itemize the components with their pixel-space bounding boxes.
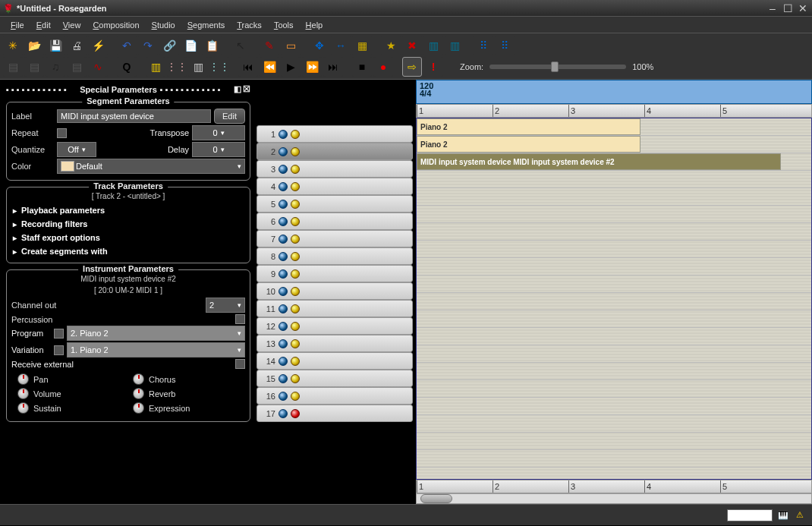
dots1-button[interactable]: ⠿ — [474, 36, 493, 55]
record-led[interactable] — [291, 130, 300, 139]
mute-led[interactable] — [279, 217, 288, 226]
bar-ruler-top[interactable]: 12345 — [416, 104, 812, 118]
dots2-button[interactable]: ⠿ — [495, 36, 515, 55]
scrollbar-thumb[interactable] — [420, 494, 452, 503]
record-led[interactable] — [291, 392, 300, 401]
stop-button[interactable]: ■ — [352, 57, 372, 77]
keys-button[interactable]: ▥ — [188, 57, 208, 77]
track-param-2[interactable]: Staff export options — [11, 231, 245, 244]
record-led[interactable] — [291, 217, 300, 226]
label-input[interactable] — [57, 109, 211, 123]
sidebar-close-icon[interactable]: ☒ — [243, 84, 250, 94]
track-row-7[interactable]: 7 — [257, 230, 413, 247]
thunder-button[interactable]: ⚡ — [88, 36, 108, 55]
record-led[interactable] — [291, 287, 300, 296]
new-button[interactable]: ✳ — [3, 36, 23, 55]
edit-button[interactable]: Edit — [214, 109, 245, 124]
mute-led[interactable] — [279, 357, 288, 366]
volume-knob[interactable] — [17, 388, 29, 399]
record-led[interactable] — [291, 304, 300, 313]
record-led[interactable] — [291, 374, 300, 383]
rewind-start-button[interactable]: ⏮ — [238, 57, 258, 77]
segment[interactable]: MIDI input system device MIDI input syst… — [417, 153, 781, 170]
maximize-button[interactable]: ☐ — [782, 2, 794, 14]
segment[interactable]: Piano 2 — [417, 136, 640, 153]
print-button[interactable]: 🖨 — [67, 36, 87, 55]
mute-led[interactable] — [279, 182, 288, 191]
draw-button[interactable]: ✎ — [260, 36, 279, 55]
record-led[interactable] — [291, 357, 300, 366]
resize-button[interactable]: ↔ — [331, 36, 351, 55]
quantize-button[interactable]: Q — [117, 57, 137, 77]
redo-button[interactable]: ↷ — [138, 36, 158, 55]
sustain-knob[interactable] — [17, 402, 29, 414]
track-row-17[interactable]: 17 — [257, 405, 413, 422]
midi-button[interactable]: ▤ — [3, 57, 23, 77]
menu-composition[interactable]: Composition — [87, 20, 145, 30]
paste-button[interactable]: 📋 — [202, 36, 222, 55]
variation-checkbox[interactable] — [54, 345, 64, 355]
track-row-6[interactable]: 6 — [257, 213, 413, 230]
mute-led[interactable] — [279, 392, 288, 401]
program-checkbox[interactable] — [54, 329, 64, 339]
notation-button[interactable]: ♫ — [46, 57, 65, 77]
record-led[interactable] — [291, 147, 300, 156]
menu-edit[interactable]: Edit — [30, 20, 57, 30]
mute-led[interactable] — [279, 269, 288, 279]
record-button[interactable]: ● — [373, 57, 393, 77]
zoom-slider[interactable] — [489, 65, 626, 69]
percussion-checkbox[interactable] — [235, 314, 245, 324]
transpose-select[interactable]: 0 — [192, 125, 245, 140]
track-row-11[interactable]: 11 — [257, 300, 413, 317]
rewind-button[interactable]: ⏪ — [260, 57, 279, 77]
chorus-knob[interactable] — [133, 373, 144, 385]
menu-tools[interactable]: Tools — [268, 20, 300, 30]
pointer-button[interactable]: ↖ — [231, 36, 250, 55]
matrix-button[interactable]: ⋮⋮ — [167, 57, 187, 77]
track-row-13[interactable]: 13 — [257, 335, 413, 352]
mute-led[interactable] — [279, 147, 288, 156]
mute-led[interactable] — [279, 235, 288, 244]
link-button[interactable]: 🔗 — [159, 36, 179, 55]
audio-button[interactable]: ∿ — [88, 57, 108, 77]
mute-led[interactable] — [279, 200, 288, 209]
menu-view[interactable]: View — [57, 20, 87, 30]
erase-button[interactable]: ▭ — [281, 36, 301, 55]
reverb-knob[interactable] — [133, 388, 144, 399]
mute-led[interactable] — [279, 165, 288, 174]
repeat-checkbox[interactable] — [57, 128, 67, 138]
delay-select[interactable]: 0 — [192, 142, 245, 157]
quantize-select[interactable]: Off — [57, 142, 96, 157]
menu-help[interactable]: Help — [300, 20, 329, 30]
track-row-10[interactable]: 10 — [257, 282, 413, 300]
track-param-1[interactable]: Recording filters — [11, 217, 245, 231]
segment-canvas[interactable]: Piano 2Piano 2MIDI input system device M… — [416, 118, 812, 480]
tracks-up-button[interactable]: ▥ — [423, 36, 443, 55]
mute-led[interactable] — [279, 409, 288, 418]
mute-led[interactable] — [279, 287, 288, 296]
record-led[interactable] — [291, 235, 300, 244]
zoom-handle[interactable] — [551, 61, 559, 72]
record-led[interactable] — [291, 165, 300, 174]
move-button[interactable]: ✥ — [310, 36, 329, 55]
tracks-down-button[interactable]: ▥ — [445, 36, 464, 55]
page-button[interactable]: ▤ — [67, 57, 87, 77]
minimize-button[interactable]: – — [766, 2, 779, 14]
split-button[interactable]: ▦ — [352, 36, 372, 55]
menu-tracks[interactable]: Tracks — [231, 20, 268, 30]
track-row-12[interactable]: 12 — [257, 317, 413, 335]
track-row-15[interactable]: 15 — [257, 370, 413, 387]
segment[interactable]: Piano 2 — [417, 118, 640, 135]
ffwd-button[interactable]: ⏩ — [302, 57, 322, 77]
menu-studio[interactable]: Studio — [146, 20, 181, 30]
mute-led[interactable] — [279, 322, 288, 331]
track-row-16[interactable]: 16 — [257, 387, 413, 405]
mute-led[interactable] — [279, 374, 288, 383]
close-button[interactable]: ✕ — [797, 2, 809, 14]
track-row-3[interactable]: 3 — [257, 160, 413, 178]
track-row-2[interactable]: 2 — [257, 143, 413, 160]
mute-led[interactable] — [279, 252, 288, 261]
mute-led[interactable] — [279, 130, 288, 139]
mixer-button[interactable]: ⋮⋮ — [209, 57, 229, 77]
record-led[interactable] — [291, 339, 300, 348]
